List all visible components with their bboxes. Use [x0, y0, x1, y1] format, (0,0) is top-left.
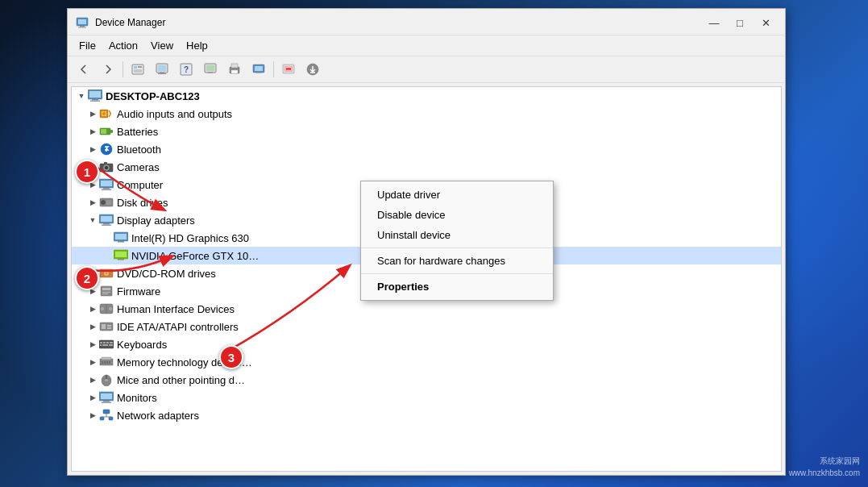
forward-button[interactable] — [97, 59, 119, 80]
tree-root[interactable]: ▼ DESKTOP-ABC123 — [72, 87, 781, 105]
svg-rect-31 — [89, 91, 101, 98]
computer-tree-icon — [99, 178, 114, 191]
annotation-badge-3: 3 — [219, 345, 243, 369]
tree-keyboards[interactable]: ▶ Keyboards — [72, 335, 781, 353]
toolbar-separator-2 — [273, 61, 274, 77]
ctx-scan-hardware[interactable]: Scan for hardware changes — [361, 251, 553, 271]
menu-help[interactable]: Help — [180, 37, 214, 54]
network-expand-icon[interactable]: ▶ — [86, 409, 99, 422]
monitors-icon — [99, 391, 114, 404]
svg-rect-68 — [102, 288, 110, 290]
svg-rect-86 — [109, 344, 113, 346]
tree-ide[interactable]: ▶ IDE ATA/ATAPI controllers — [72, 318, 781, 335]
menu-file[interactable]: File — [73, 37, 102, 54]
svg-rect-98 — [103, 401, 110, 402]
tree-network[interactable]: ▶ Network adapters — [72, 406, 781, 424]
help-button[interactable]: ? — [175, 59, 197, 80]
root-label: DESKTOP-ABC123 — [106, 90, 200, 102]
svg-rect-97 — [101, 393, 112, 399]
ctx-disable-device[interactable]: Disable device — [361, 205, 553, 225]
svg-rect-76 — [102, 324, 106, 329]
print-button[interactable] — [223, 59, 246, 80]
svg-rect-38 — [110, 130, 113, 133]
svg-rect-10 — [158, 65, 166, 71]
tree-memory[interactable]: ▶ Memory technology device… — [72, 353, 781, 371]
svg-rect-32 — [92, 99, 98, 101]
tree-cameras[interactable]: ▶ Cameras — [72, 158, 781, 176]
tree-hid[interactable]: ▶ Human Interface Devices — [72, 300, 781, 318]
keyboards-icon — [99, 338, 114, 351]
audio-expand-icon[interactable]: ▶ — [86, 107, 99, 120]
minimize-button[interactable]: — — [703, 14, 725, 31]
context-menu: Update driver Disable device Uninstall d… — [360, 181, 554, 301]
svg-rect-55 — [101, 216, 112, 222]
close-button[interactable]: ✕ — [754, 14, 777, 31]
audio-label: Audio inputs and outputs — [117, 108, 232, 120]
annotation-badge-2: 2 — [75, 266, 99, 290]
titlebar: Device Manager — □ ✕ — [68, 9, 785, 35]
mice-icon — [99, 373, 114, 386]
update-button[interactable] — [151, 59, 173, 80]
back-button[interactable] — [73, 59, 95, 80]
bluetooth-expand-icon[interactable]: ▶ — [86, 143, 99, 156]
monitor-button[interactable] — [247, 59, 270, 80]
bluetooth-label: Bluetooth — [117, 144, 161, 156]
svg-rect-1 — [78, 19, 86, 24]
disk-expand-icon[interactable]: ▶ — [86, 196, 99, 209]
maximize-button[interactable]: □ — [729, 14, 751, 31]
monitors-expand-icon[interactable]: ▶ — [86, 391, 99, 404]
keyboards-expand-icon[interactable]: ▶ — [86, 338, 99, 351]
remove-button[interactable] — [277, 59, 300, 80]
properties-button[interactable] — [127, 59, 149, 80]
ide-expand-icon[interactable]: ▶ — [86, 320, 99, 333]
firmware-label: Firmware — [117, 285, 160, 298]
tree-bluetooth[interactable]: ▶ Bluetooth — [72, 140, 781, 158]
mice-expand-icon[interactable]: ▶ — [86, 373, 99, 386]
ctx-update-driver[interactable]: Update driver — [361, 185, 553, 205]
window-controls: — □ ✕ — [703, 14, 777, 31]
tree-batteries[interactable]: ▶ Batteries — [72, 123, 781, 140]
nvidia-icon — [114, 249, 128, 262]
svg-rect-22 — [255, 66, 263, 71]
menu-view[interactable]: View — [144, 37, 180, 54]
ctx-uninstall-device[interactable]: Uninstall device — [361, 225, 553, 245]
tree-audio[interactable]: ▶ Audio inputs and outputs — [72, 105, 781, 123]
root-collapse-icon[interactable]: ▼ — [75, 89, 88, 102]
disk-label: Disk drives — [117, 197, 168, 209]
device-manager-window: Device Manager — □ ✕ File Action View He… — [67, 8, 786, 476]
tree-mice[interactable]: ▶ Mice and other pointing d… — [72, 371, 781, 389]
watermark: 系统家园网 www.hnzkhbsb.com — [789, 455, 860, 479]
intel-label: Intel(R) HD Graphics 630 — [131, 232, 249, 244]
tree-monitors[interactable]: ▶ Monitors — [72, 389, 781, 406]
svg-point-66 — [106, 273, 107, 274]
computer-label: Computer — [117, 179, 163, 191]
network-label: Network adapters — [117, 410, 199, 422]
svg-rect-44 — [104, 162, 107, 164]
intel-expand-icon — [101, 231, 114, 244]
scan-button[interactable] — [199, 59, 222, 80]
ctx-properties[interactable]: Properties — [361, 277, 553, 297]
toolbar-separator-1 — [123, 61, 123, 77]
svg-rect-33 — [90, 101, 100, 102]
svg-rect-81 — [103, 342, 106, 343]
hid-label: Human Interface Devices — [117, 303, 235, 315]
display-expand-icon[interactable]: ▼ — [86, 214, 99, 227]
svg-rect-3 — [78, 27, 86, 28]
dvd-label: DVD/CD-ROM drives — [117, 268, 216, 280]
network-icon — [99, 409, 114, 422]
menu-action[interactable]: Action — [102, 37, 144, 54]
svg-point-50 — [102, 201, 106, 205]
svg-rect-62 — [115, 252, 127, 257]
annotation-badge-1: 1 — [75, 160, 99, 184]
svg-rect-63 — [118, 259, 124, 260]
svg-rect-2 — [80, 26, 85, 27]
download-button[interactable] — [301, 59, 324, 80]
svg-text:?: ? — [184, 65, 189, 74]
svg-rect-99 — [102, 402, 111, 404]
batteries-expand-icon[interactable]: ▶ — [86, 125, 99, 138]
hid-expand-icon[interactable]: ▶ — [86, 302, 99, 315]
svg-point-74 — [109, 307, 112, 310]
svg-rect-78 — [107, 327, 111, 329]
memory-expand-icon[interactable]: ▶ — [86, 356, 99, 368]
content-area: ▼ DESKTOP-ABC123 ▶ — [68, 83, 785, 475]
